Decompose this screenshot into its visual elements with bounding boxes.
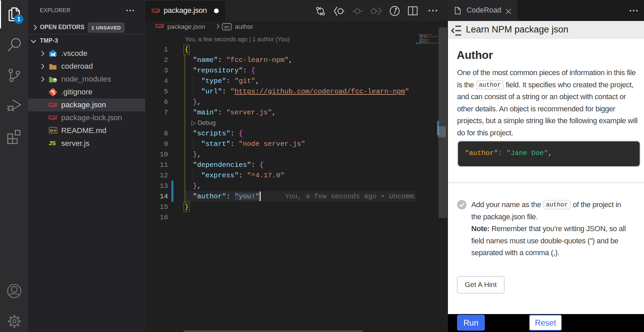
svg-text:abc: abc: [224, 25, 230, 29]
svg-text:js: js: [54, 79, 56, 82]
svg-text:M: M: [50, 129, 53, 133]
